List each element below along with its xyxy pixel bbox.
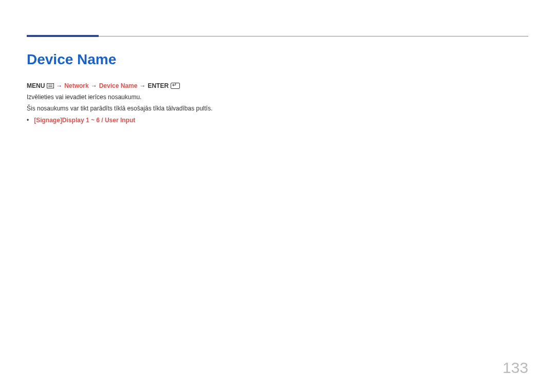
breadcrumb-arrow-1: → [56,82,62,89]
description-line-2: Šis nosaukums var tikt parādīts tīklā es… [27,104,528,113]
breadcrumb-network: Network [64,82,88,89]
breadcrumb: MENU → Network → Device Name → ENTER [27,82,528,89]
breadcrumb-enter-label: ENTER [147,82,169,89]
option-list-item: • [Signage]Display 1 ~ 6 / User Input [27,116,528,125]
page-content: Device Name MENU → Network → Device Name… [27,51,528,125]
breadcrumb-arrow-3: → [139,82,145,89]
page-number: 133 [503,359,528,377]
header-rule [27,36,528,36]
description-line-1: Izvēlieties vai ievadiet ierīces nosauku… [27,92,528,102]
header-accent [27,35,99,37]
breadcrumb-device-name: Device Name [99,82,138,89]
breadcrumb-arrow-2: → [91,82,97,89]
page-title: Device Name [27,51,528,68]
menu-icon [47,83,54,88]
bullet-marker: • [27,116,29,125]
option-text: [Signage]Display 1 ~ 6 / User Input [34,116,135,125]
enter-icon [171,83,180,89]
breadcrumb-menu-label: MENU [27,82,45,89]
